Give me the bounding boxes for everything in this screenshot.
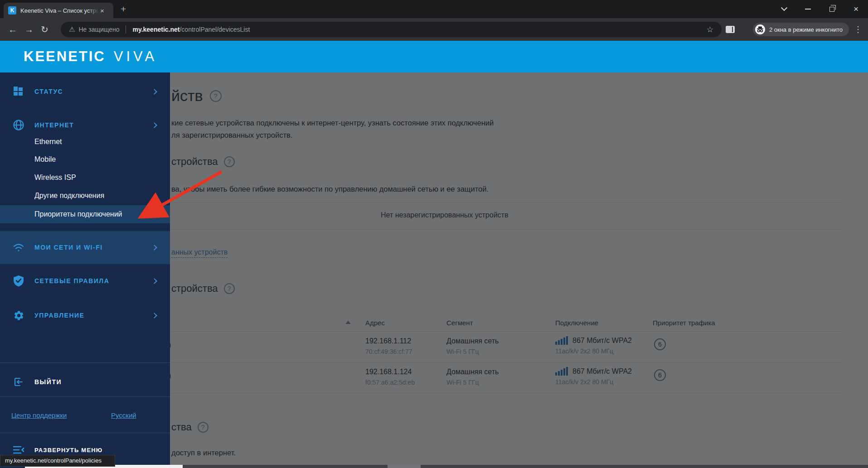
wifi-icon (13, 241, 24, 253)
brand-name: KEENETIC (24, 48, 106, 65)
gear-icon (13, 309, 24, 321)
sidebar-item-connection-priorities[interactable]: Приоритеты подключений (34, 205, 152, 223)
browser-menu-icon[interactable]: ⋮ (854, 18, 862, 41)
expand-menu-icon (13, 444, 24, 456)
sidebar-item-label: СЕТЕВЫЕ ПРАВИЛА (34, 277, 109, 285)
bookmark-star-icon[interactable]: ☆ (707, 25, 713, 34)
window-controls: × (772, 0, 868, 18)
sidebar-item-label: МОИ СЕТИ И WI-FI (34, 244, 103, 251)
back-button[interactable]: ← (8, 18, 17, 41)
chevron-right-icon (151, 278, 157, 284)
chevron-right-icon (151, 313, 157, 318)
sidebar-item-other-connections[interactable]: Другие подключения (34, 187, 152, 205)
url-path: /controlPanel/devicesList (179, 26, 250, 33)
sidebar-item-wireless-isp[interactable]: Wireless ISP (34, 169, 152, 187)
side-panel-icon[interactable] (726, 26, 735, 33)
sidebar-divider (0, 433, 170, 433)
logout-label: ВЫЙТИ (34, 378, 62, 386)
logout-button[interactable]: ВЫЙТИ (0, 373, 170, 391)
screen: йств ? кие сетевые устройства подключены… (0, 0, 868, 468)
browser-tab-bar: K Keenetic Viva – Список устройст × + × (0, 0, 868, 18)
forward-button[interactable]: → (24, 18, 34, 41)
window-menu-chevron-icon[interactable] (778, 3, 790, 15)
sidebar-item-management[interactable]: УПРАВЛЕНИЕ (0, 306, 170, 324)
status-bar-link-preview: my.keenetic.net/controlPanel/policies (0, 455, 115, 467)
incognito-icon (755, 24, 766, 35)
language-link[interactable]: Русский (111, 411, 136, 419)
close-button[interactable]: × (850, 3, 862, 15)
globe-icon (13, 119, 24, 131)
address-bar[interactable]: ⚠ Не защищено my.keenetic.net /controlPa… (61, 22, 722, 37)
reload-button[interactable]: ↻ (41, 18, 48, 41)
keenetic-logo: KEENETIC VIVA (24, 41, 157, 72)
sidebar-item-my-networks[interactable]: МОИ СЕТИ И WI-FI (0, 238, 170, 256)
dashboard-icon (13, 86, 24, 97)
support-center-link[interactable]: Центр поддержки (11, 411, 67, 419)
app-header: KEENETIC VIVA (0, 41, 868, 72)
sidebar-item-label: ИНТЕРНЕТ (34, 121, 74, 129)
favicon: K (8, 6, 16, 14)
scrollbar-notch (388, 465, 421, 468)
security-label: Не защищено (78, 26, 119, 33)
incognito-label: 2 окна в режиме инкогнито (769, 26, 843, 33)
sidebar-item-network-rules[interactable]: СЕТЕВЫЕ ПРАВИЛА (0, 272, 170, 290)
sidebar-menu: СТАТУС ИНТЕРНЕТ Ethernet Mobile Wireless… (0, 72, 170, 468)
logout-icon (13, 376, 24, 388)
tab-title: Keenetic Viva – Список устройст (20, 7, 98, 14)
tab-close-icon[interactable]: × (100, 7, 104, 14)
chevron-right-icon (151, 245, 157, 251)
shield-check-icon (13, 275, 24, 287)
sidebar-item-status[interactable]: СТАТУС (0, 82, 170, 101)
new-tab-button[interactable]: + (121, 4, 126, 14)
expand-menu-label: РАЗВЕРНУТЬ МЕНЮ (34, 447, 102, 454)
chevron-right-icon (151, 89, 157, 95)
restore-button[interactable] (826, 3, 838, 15)
browser-tab[interactable]: K Keenetic Viva – Список устройст × (4, 3, 113, 18)
horizontal-scrollbar[interactable] (25, 465, 868, 468)
sidebar-item-label: УПРАВЛЕНИЕ (34, 312, 84, 319)
incognito-badge: 2 окна в режиме инкогнито (753, 23, 849, 36)
browser-toolbar: ← → ↻ ⚠ Не защищено my.keenetic.net /con… (0, 18, 868, 41)
red-annotation-arrow (136, 165, 231, 222)
not-secure-warning-icon[interactable]: ⚠ (69, 25, 75, 34)
sidebar-item-ethernet[interactable]: Ethernet (34, 133, 152, 151)
sidebar-item-internet[interactable]: ИНТЕРНЕТ (0, 116, 170, 134)
sidebar-item-label: СТАТУС (34, 88, 63, 95)
chevron-right-icon (151, 122, 157, 128)
sidebar-divider (0, 362, 170, 363)
model-name: VIVA (114, 48, 157, 65)
sidebar-divider (0, 396, 170, 397)
sidebar-item-mobile[interactable]: Mobile (34, 150, 152, 169)
address-separator (126, 25, 126, 34)
url-host: my.keenetic.net (132, 26, 179, 33)
minimize-button[interactable] (802, 3, 814, 15)
